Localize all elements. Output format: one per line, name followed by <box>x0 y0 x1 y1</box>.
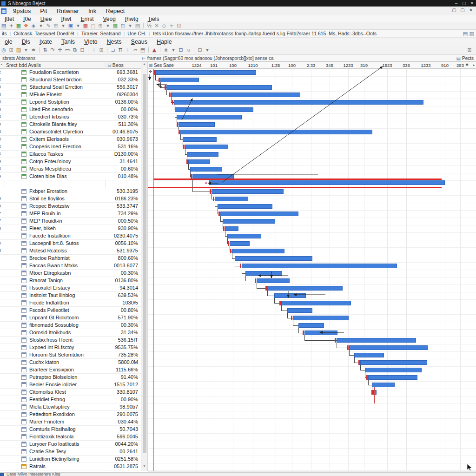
gantt-bar[interactable] <box>223 219 275 224</box>
dropdown-caret-icon[interactable]: ▾ <box>204 47 211 53</box>
dropdown-caret-icon[interactable]: ▾ <box>126 23 134 29</box>
maximize-button[interactable]: ▢ <box>460 1 468 6</box>
gantt-bar[interactable] <box>365 368 422 372</box>
gantt-bar[interactable] <box>220 212 298 216</box>
table-row[interactable]: 9Rcopec Bwotzsiw533.3747 <box>0 203 141 210</box>
warning-icon[interactable]: ▲ <box>151 47 158 53</box>
table-row[interactable]: 7MEP Rouih-in734.29% <box>0 210 141 218</box>
menu-item[interactable]: Repect <box>106 7 125 14</box>
fill-icon[interactable]: ▨ <box>15 47 22 53</box>
menu-item[interactable]: Uiee <box>40 16 52 22</box>
close-button[interactable]: ✕ <box>468 1 476 6</box>
gantt-bar[interactable] <box>209 180 445 185</box>
collapse-icon[interactable]: ⊟ <box>79 47 86 53</box>
add-row-icon[interactable]: + <box>124 47 132 53</box>
table-row[interactable]: 3Lepond Sostption0136.00% <box>0 99 141 106</box>
filter-segment[interactable]: tets kUon flosraw-//tner Jhbitrxotaoss f… <box>153 31 377 36</box>
settings-orange-icon[interactable]: ❖ <box>22 23 30 29</box>
dropdown-caret-icon[interactable]: ▾ <box>37 23 45 29</box>
table-row[interactable]: Citomoilsa Klest330.8107 <box>0 389 141 396</box>
sheet-export-icon[interactable]: ▦ <box>112 23 119 29</box>
menu-item[interactable]: Haple <box>157 39 172 45</box>
table-row[interactable]: Hssoxalel Erstaey94.3014 <box>0 284 141 292</box>
sort-icon[interactable]: ⇅ <box>41 47 49 53</box>
gantt-bar[interactable] <box>337 338 416 343</box>
folder-icon[interactable]: ⬒ <box>139 47 146 53</box>
table-row[interactable]: 9Stoil oe floylilos0186.23% <box>0 195 141 203</box>
table-row[interactable]: 2Cnoperis Ined Erection531.16% <box>0 143 141 151</box>
dropdown-caret-icon[interactable]: ▾ <box>60 23 67 29</box>
gantt-bar[interactable] <box>349 345 428 350</box>
table-row[interactable]: Insitoist Taut liinblog639.53% <box>0 292 141 299</box>
menu-item[interactable]: Tanls <box>61 39 75 45</box>
menu-item[interactable]: Seaus <box>131 39 147 45</box>
insert-box-icon[interactable]: ⊞ <box>52 23 60 29</box>
table-row[interactable]: Lxpoed int RLfsctoy9535.75% <box>0 344 141 351</box>
table-row[interactable]: Ficcde Indtalittion1030/5 <box>0 299 141 307</box>
sheet-green-icon[interactable]: ▦ <box>15 23 22 29</box>
table-row[interactable]: Luryoer Fuo loatlicatis0044.20% <box>0 441 141 448</box>
navigate-icon[interactable]: ◈ <box>30 23 37 29</box>
plus-icon[interactable]: + <box>90 47 98 53</box>
table-row[interactable]: Czatie She Tesy00.2641 <box>0 448 141 456</box>
org-chart-icon[interactable]: ⧉ <box>71 47 79 53</box>
gantt-bar[interactable] <box>180 130 372 134</box>
table-row[interactable]: 9Cotqn Eoteu'olooy31.4641 <box>0 158 141 165</box>
grid-red-icon[interactable]: ▦ <box>82 23 89 29</box>
gantt-bar[interactable] <box>257 278 290 283</box>
gantt-bar[interactable] <box>171 93 300 97</box>
table-row[interactable]: 8MEiuie Eloelst0i260304 <box>0 91 141 99</box>
close-x-icon[interactable]: ✕ <box>153 23 160 29</box>
move-icon[interactable]: ✛ <box>56 47 64 53</box>
table-row[interactable]: Brecioe Rahbmist800.60% <box>0 255 141 262</box>
gantt-bar[interactable] <box>267 286 343 291</box>
draw-icon[interactable]: ✎ <box>45 23 52 29</box>
menu-item[interactable]: Rntwnar <box>56 7 79 14</box>
table-row[interactable]: 5Eilaeca TaskesD130.00% <box>0 151 141 158</box>
table-row[interactable]: 2Foudalion Excartieton693.3681 <box>0 69 141 76</box>
table-row[interactable]: Fxbper Eroration530.3195 <box>0 188 141 195</box>
menu-item[interactable]: Ihwtg <box>125 16 139 22</box>
table-row[interactable]: 0Citrokelis Biante.ftiey511.30% <box>0 121 141 128</box>
table-row[interactable]: Beoler Encsie iolizier1515.7012 <box>0 381 141 389</box>
add-icon[interactable]: + <box>7 23 15 29</box>
table-row[interactable]: Ratrals0531.2875 <box>0 463 141 470</box>
shape-icon[interactable]: ▭ <box>64 47 71 53</box>
table-row[interactable]: 7MEP Rouidt-in000.50% <box>0 218 141 225</box>
half-icon[interactable]: ½ <box>145 23 153 29</box>
gantt-bar[interactable] <box>354 353 384 357</box>
gantt-bar[interactable] <box>293 316 349 320</box>
grid-icon[interactable]: ⊞ <box>98 47 105 53</box>
table-row[interactable]: Rraorat Taniqn0136.80% <box>0 277 141 284</box>
table-row[interactable]: Mtoer Etirqpkasbn00.30% <box>0 270 141 277</box>
table-row[interactable]: 3Fleer, blkeh930.90% <box>0 225 141 232</box>
table-row[interactable]: 3Mctesd Rcatolss531.9375 <box>0 247 141 255</box>
table-row[interactable]: Comturls Fibsihallog50.7043 <box>0 426 141 433</box>
gantt-bar[interactable] <box>298 323 324 328</box>
gantt-bar[interactable] <box>372 383 395 387</box>
table-row[interactable]: Miela Etewlsptiicy98.90b7 <box>0 403 141 411</box>
timeline-header[interactable]: ▦ Ses Sase ✱ ▴ 122410110012101:351002:33… <box>148 62 476 69</box>
gantt-bar[interactable] <box>187 152 218 157</box>
filter-blue-icon[interactable]: ⋔ <box>162 47 170 53</box>
filter-segment[interactable]: Uoe CH. <box>127 31 146 36</box>
table-row[interactable]: Marer Fnnotem030.44% <box>0 418 141 426</box>
menu-item[interactable]: Dls <box>22 39 30 45</box>
filter-segment[interactable]: Tiraeier. Seatsand <box>81 31 121 36</box>
gantt-bar[interactable] <box>304 331 337 335</box>
gantt-bar[interactable] <box>242 264 397 268</box>
projects-label[interactable]: ▤Pects <box>456 56 474 61</box>
scroll-down-icon[interactable]: ▼ <box>143 464 146 468</box>
close-inner-button[interactable]: ✕ <box>467 7 475 13</box>
omega-icon[interactable]: Ω <box>175 23 183 29</box>
table-row[interactable]: Eeatldiet Fstrog00.90% <box>0 396 141 403</box>
table-row[interactable]: 8Cioamisotnilet Clyretion00:46.8075 <box>0 128 141 136</box>
table-row[interactable]: fibnomadd Sossublog00.30% <box>0 322 141 329</box>
menu-item[interactable]: ole <box>5 39 13 45</box>
table-row[interactable]: Slosbo:fross Hoent536.15IT <box>0 337 141 344</box>
gantt-bar[interactable] <box>155 70 256 75</box>
gantt-bar[interactable] <box>227 234 261 238</box>
menu-item[interactable]: Ixate <box>40 39 52 45</box>
dropdown-caret-icon[interactable]: ▾ <box>22 47 30 53</box>
gantt-bar[interactable] <box>218 204 272 209</box>
